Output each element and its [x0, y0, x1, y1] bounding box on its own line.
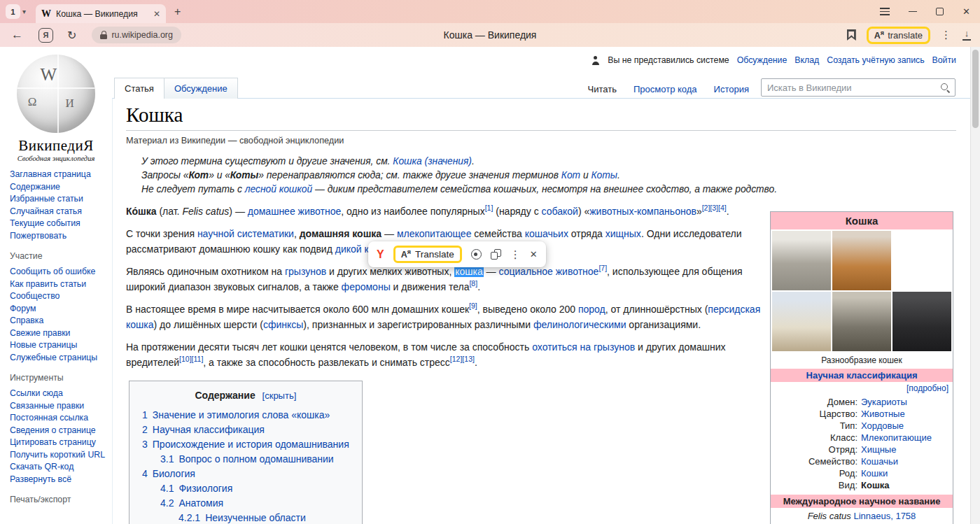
sidebar-item-community[interactable]: Сообщество — [10, 290, 109, 303]
bookmark-icon[interactable] — [847, 29, 856, 41]
tab-view-source[interactable]: Просмотр кода — [634, 84, 697, 94]
address-bar[interactable]: ru.wikipedia.org — [92, 27, 181, 43]
taxonomy-link[interactable]: Кошки — [861, 467, 888, 479]
taxonomy-link[interactable]: Эукариоты — [861, 396, 907, 408]
inline-link[interactable]: социальное животное — [499, 266, 599, 277]
search-input[interactable] — [761, 78, 955, 97]
taxonomy-link[interactable]: Кошачьи — [861, 455, 898, 467]
tab-close-icon[interactable]: ✕ — [153, 9, 160, 19]
taxonomy-link[interactable]: Животные — [861, 408, 905, 420]
sidebar-item-forum[interactable]: Форум — [10, 303, 109, 316]
inline-link[interactable]: охотиться на грызунов — [532, 341, 635, 353]
inline-link[interactable]: грызунов — [285, 266, 326, 277]
sidebar-item-permanent-link[interactable]: Постоянная ссылка — [10, 412, 109, 425]
browser-menu-icon[interactable] — [880, 8, 890, 15]
inline-link[interactable]: пород — [578, 304, 606, 315]
inline-link[interactable]: научной систематики — [197, 228, 294, 239]
reference-link[interactable]: [12][13] — [450, 355, 475, 363]
sidebar-item-special-pages[interactable]: Служебные страницы — [10, 352, 109, 364]
sidebar-item-what-links-here[interactable]: Ссылки сюда — [10, 388, 109, 400]
sidebar-item-report-error[interactable]: Сообщить об ошибке — [10, 266, 109, 278]
inline-link[interactable]: животных-компаньонов — [589, 206, 696, 217]
tab-counter[interactable]: 1 ▾ — [6, 4, 26, 19]
details-link[interactable]: [подробно] — [771, 382, 953, 394]
tab-read[interactable]: Читать — [588, 84, 617, 94]
reference-link[interactable]: [8] — [469, 279, 477, 288]
inline-link[interactable]: фелинологическими — [533, 319, 626, 330]
toc-item[interactable]: 1Значение и этимология слова «кошка» — [142, 408, 349, 423]
personal-link-talk[interactable]: Обсуждение — [737, 55, 788, 65]
inline-link[interactable]: собакой — [542, 206, 578, 217]
tab-article[interactable]: Статья — [114, 78, 164, 99]
toc-hide-link[interactable]: [скрыть] — [262, 390, 297, 401]
taxonomy-link[interactable]: Хищные — [861, 444, 896, 455]
toolbar-translate-button[interactable]: Aя translate — [867, 27, 930, 44]
alice-icon[interactable] — [471, 249, 482, 260]
minimize-button[interactable] — [909, 11, 917, 13]
sidebar-item-how-to-edit[interactable]: Как править статьи — [10, 278, 109, 291]
tab-history[interactable]: История — [714, 84, 749, 94]
taxonomy-link[interactable]: Млекопитающие — [861, 432, 932, 444]
sidebar-item-qr-code[interactable]: Скачать QR-код — [10, 461, 109, 474]
sidebar-item-donate[interactable]: Пожертвовать — [10, 230, 109, 243]
close-window-button[interactable]: ✕ — [962, 7, 970, 16]
sidebar-item-contents[interactable]: Содержание — [10, 181, 109, 194]
toolbar-more-icon[interactable]: ⋮ — [941, 29, 951, 41]
wikipedia-logo[interactable]: WΩИ ВикипедиЯ Свободная энциклопедия — [0, 55, 112, 162]
inline-link[interactable]: Кошка (значения) — [393, 156, 472, 167]
inline-link[interactable]: сфинксы — [263, 319, 303, 330]
yandex-search-icon[interactable]: Y — [377, 248, 384, 261]
sidebar-item-help[interactable]: Справка — [10, 315, 109, 327]
popup-translate-button[interactable]: Aя Translate — [393, 246, 462, 263]
sidebar-item-featured[interactable]: Избранные статьи — [10, 193, 109, 206]
refresh-button[interactable]: ↻ — [67, 29, 76, 42]
reference-link[interactable]: [10][11] — [179, 355, 203, 363]
personal-link-login[interactable]: Войти — [932, 55, 956, 65]
authority-link[interactable]: Linnaeus, 1758 — [853, 511, 916, 521]
inline-link[interactable]: млекопитающее — [397, 228, 472, 239]
sidebar-item-cite-page[interactable]: Цитировать страницу — [10, 437, 109, 449]
sidebar-item-page-info[interactable]: Сведения о странице — [10, 425, 109, 437]
taxonomy-link[interactable]: Хордовые — [861, 420, 904, 432]
scrollbar-thumb[interactable] — [972, 50, 979, 128]
reference-link[interactable]: [2][3][4] — [702, 204, 727, 212]
copy-icon[interactable] — [491, 249, 501, 260]
sidebar-item-related-changes[interactable]: Связанные правки — [10, 400, 109, 413]
sidebar-item-recent-changes[interactable]: Свежие правки — [10, 327, 109, 340]
sidebar-item-main-page[interactable]: Заглавная страница — [10, 169, 109, 181]
inline-link[interactable]: домашнее животное — [248, 206, 341, 217]
toc-item[interactable]: 3Происхождение и история одомашнивания — [142, 437, 349, 452]
sidebar-item-short-url[interactable]: Получить короткий URL — [10, 449, 109, 462]
popup-more-icon[interactable]: ⋮ — [510, 248, 521, 261]
reference-link[interactable]: [7] — [598, 264, 607, 272]
inline-link[interactable]: хищных — [606, 228, 641, 239]
inline-link[interactable]: Кот — [561, 170, 580, 180]
toc-item[interactable]: 4.2Анатомия — [142, 496, 349, 511]
toc-item[interactable]: 2Научная классификация — [142, 423, 349, 437]
maximize-button[interactable] — [936, 8, 944, 15]
personal-link-contribs[interactable]: Вклад — [794, 55, 819, 65]
popup-close-icon[interactable]: ✕ — [530, 249, 538, 260]
classification-header[interactable]: Научная классификация — [771, 369, 953, 382]
back-button[interactable]: ← — [11, 28, 23, 42]
toc-item[interactable]: 4.1Физиология — [142, 481, 349, 496]
reference-link[interactable]: [9] — [469, 302, 477, 310]
sidebar-item-expand-all[interactable]: Развернуть всё — [10, 474, 109, 486]
sidebar-item-new-pages[interactable]: Новые страницы — [10, 339, 109, 352]
inline-link[interactable]: кошачьих — [525, 228, 568, 239]
inline-link[interactable]: Коты — [591, 170, 617, 180]
search-icon[interactable] — [940, 83, 950, 92]
inline-link[interactable]: феромоны — [342, 281, 391, 292]
toc-item[interactable]: 4.2.1Неизученные области — [142, 511, 349, 524]
yandex-browser-icon[interactable]: Я — [38, 28, 53, 43]
sidebar-item-random[interactable]: Случайная статья — [10, 206, 109, 218]
personal-link-create-account[interactable]: Создать учётную запись — [827, 55, 924, 65]
reference-link[interactable]: [1] — [485, 204, 493, 212]
active-browser-tab[interactable]: W Кошка — Википедия ✕ — [36, 4, 166, 23]
sidebar-item-current-events[interactable]: Текущие события — [10, 218, 109, 230]
inline-link[interactable]: лесной кошкой — [245, 184, 312, 194]
new-tab-button[interactable]: + — [174, 6, 181, 18]
tab-discussion[interactable]: Обсуждение — [164, 78, 238, 99]
toc-item[interactable]: 4Биология — [142, 467, 349, 481]
page-scrollbar[interactable] — [970, 47, 980, 524]
